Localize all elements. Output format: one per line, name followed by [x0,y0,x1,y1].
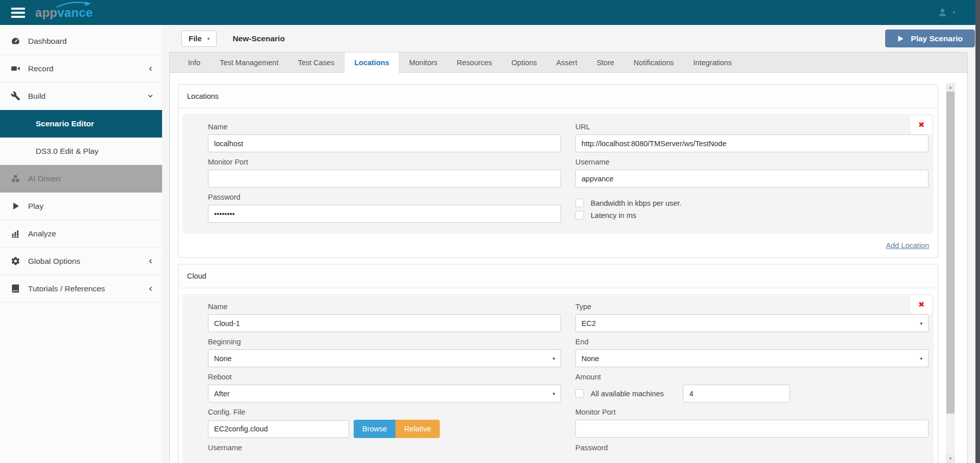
user-menu[interactable]: ▾ [937,7,956,18]
config-file-label: Config. File [208,408,561,416]
play-triangle-icon [897,35,904,42]
monitor-port-input[interactable] [208,170,561,187]
locations-panel-title: Locations [178,85,938,108]
sidebar-item-label: Tutorials / References [28,284,105,293]
end-label: End [575,338,929,346]
scenario-header: File ▾ New-Scenario Play Scenario [169,25,975,52]
file-menu-button[interactable]: File ▾ [181,31,217,47]
select-caret-icon: ▾ [920,321,922,326]
sidebar-item-label: Play [28,202,43,211]
sidebar-item-label: Dashboard [28,37,67,46]
type-select[interactable]: EC2 ▾ [575,314,929,332]
tab-info[interactable]: Info [178,52,210,72]
tab-test-management[interactable]: Test Management [210,52,288,72]
user-icon [937,7,948,18]
cloud-beginning-field: Beginning None ▾ [208,332,561,367]
cloud-monitor-port-input[interactable] [575,420,929,438]
logo-arrow-icon [56,1,92,8]
tab-monitors[interactable]: Monitors [400,52,447,72]
select-caret-icon: ▾ [552,356,555,361]
bandwidth-checkbox[interactable] [575,199,584,207]
cloud-panel-title: Cloud [178,264,938,288]
end-select-value: None [581,355,599,363]
scroll-down-icon: ▼ [948,456,952,461]
play-scenario-label: Play Scenario [911,34,963,43]
config-file-input[interactable] [208,420,349,438]
amount-label: Amount [575,373,929,381]
latency-checkbox-label: Latency in ms [591,211,636,220]
password-input[interactable] [208,205,561,223]
tab-resources[interactable]: Resources [447,52,501,72]
sidebar-item-ai-driven[interactable]: AI Driven [0,165,162,193]
tab-locations[interactable]: Locations [344,52,399,73]
scroll-down-button[interactable]: ▼ [946,454,955,463]
sidebar-item-tutorials-references[interactable]: Tutorials / References [0,275,162,303]
chevron-down-icon [147,93,153,99]
sidebar-item-global-options[interactable]: Global Options [0,248,162,275]
tab-integrations[interactable]: Integrations [683,52,741,72]
type-select-value: EC2 [581,319,596,328]
user-caret-down-icon: ▾ [952,9,956,16]
scenario-tabs-card: Info Test Management Test Cases Location… [169,52,968,463]
cloud-name-input[interactable] [208,314,561,332]
tab-test-cases[interactable]: Test Cases [288,52,344,72]
select-caret-icon: ▾ [920,356,922,361]
caret-down-icon: ▾ [207,36,210,41]
tab-options[interactable]: Options [502,52,547,72]
play-scenario-button[interactable]: Play Scenario [885,30,975,47]
beginning-select[interactable]: None ▾ [208,349,561,367]
add-location-link[interactable]: Add Location [886,241,929,250]
delete-cloud-button[interactable]: ✖ [911,295,932,314]
video-camera-icon [11,63,21,74]
cloud-monitor-port-field: Monitor Port [575,402,929,438]
all-available-machines-checkbox[interactable] [575,389,584,398]
location-monitor-port-field: Monitor Port [208,152,561,187]
relative-button[interactable]: Relative [395,420,439,438]
sidebar: Dashboard Record Build Scenario Editor D… [0,25,162,463]
cloud-type-field: Type EC2 ▾ [575,297,929,332]
username-input[interactable] [575,170,929,187]
sidebar-item-play[interactable]: Play [0,193,162,220]
locations-tab-content: Locations ✖ Name [170,73,967,463]
amount-input[interactable] [683,385,790,402]
name-input[interactable] [208,134,561,152]
cloud-end-field: End None ▾ [575,332,929,367]
end-select[interactable]: None ▾ [575,349,929,367]
cloud-password-label: Password [575,444,929,452]
scrollbar-thumb[interactable] [946,92,955,414]
sidebar-item-build[interactable]: Build [0,83,162,110]
file-menu-label: File [189,34,202,43]
reboot-select-value: After [214,390,230,398]
chevron-left-icon [148,286,153,292]
amount-row: All available machines [575,385,929,402]
locations-panel: Locations ✖ Name [178,84,938,258]
chevron-left-icon [148,258,153,264]
scroll-up-button[interactable]: ▲ [946,83,955,92]
cubes-icon [11,173,21,184]
sidebar-item-label: Scenario Editor [36,119,94,128]
tab-store[interactable]: Store [587,52,624,72]
sidebar-item-ds30-edit-play[interactable]: DS3.0 Edit & Play [0,138,162,165]
latency-checkbox[interactable] [575,211,584,220]
content-scrollbar: ▲ ▼ [946,83,955,463]
cloud-monitor-port-label: Monitor Port [575,408,929,416]
locations-panel-body: ✖ Name URL [178,108,938,238]
sidebar-item-record[interactable]: Record [0,55,162,83]
sidebar-item-scenario-editor[interactable]: Scenario Editor [0,110,162,138]
cloud-username-field: Username [208,438,561,455]
cloud-name-label: Name [208,303,561,311]
beginning-label: Beginning [208,338,561,346]
bar-chart-icon [11,228,21,239]
url-input[interactable] [575,134,929,152]
tab-assert[interactable]: Assert [547,52,587,72]
sidebar-item-analyze[interactable]: Analyze [0,220,162,248]
reboot-select[interactable]: After ▾ [208,385,561,402]
browse-button[interactable]: Browse [354,420,395,438]
hamburger-menu-icon[interactable] [11,6,25,20]
window-scrollbar[interactable] [975,0,980,463]
tab-notifications[interactable]: Notifications [624,52,683,72]
select-caret-icon: ▾ [552,391,555,396]
delete-location-button[interactable]: ✖ [911,116,932,134]
name-label: Name [208,123,561,131]
sidebar-item-dashboard[interactable]: Dashboard [0,28,162,55]
